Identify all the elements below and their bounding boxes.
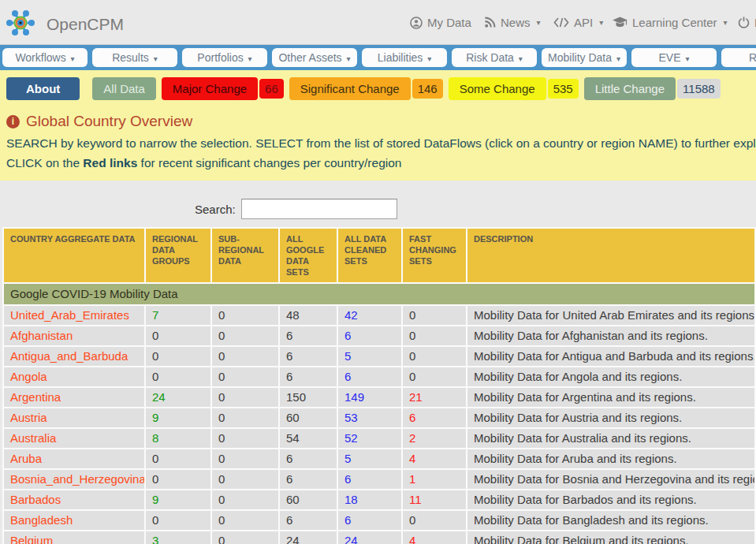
google-sets-cell: 6 bbox=[280, 347, 337, 366]
country-link[interactable]: Bangladesh bbox=[4, 511, 144, 530]
column-header-sub-regional-data[interactable]: SUB-REGIONAL DATA bbox=[212, 229, 278, 282]
country-link[interactable]: Austria bbox=[4, 408, 144, 427]
country-link[interactable]: Australia bbox=[4, 429, 144, 448]
sub-regional-cell: 0 bbox=[212, 388, 278, 407]
filter-group-little-change: Little Change11588 bbox=[584, 77, 721, 100]
cleaned-sets-link[interactable]: 6 bbox=[338, 511, 401, 530]
nav-item-login[interactable]: Login bbox=[738, 0, 756, 45]
column-header-all-data-cleaned-sets[interactable]: ALL DATA CLEANED SETS bbox=[338, 229, 401, 282]
fast-changing-cell[interactable]: 4 bbox=[403, 449, 466, 468]
info-circle-icon: i bbox=[6, 115, 20, 129]
about-button[interactable]: About bbox=[6, 77, 80, 100]
filter-button-little-change[interactable]: Little Change bbox=[584, 77, 676, 100]
nav-item-my-data[interactable]: My Data bbox=[410, 0, 471, 45]
country-link[interactable]: Afghanistan bbox=[4, 326, 144, 345]
filter-count-badge-significant-change: 146 bbox=[412, 79, 443, 99]
country-link[interactable]: Bosnia_and_Herzegovina bbox=[4, 470, 144, 489]
sub-regional-cell: 0 bbox=[212, 531, 278, 544]
chevron-down-icon: ▾ bbox=[69, 54, 75, 63]
google-sets-cell: 150 bbox=[280, 388, 337, 407]
filter-button-some-change[interactable]: Some Change bbox=[449, 77, 546, 100]
google-sets-cell: 60 bbox=[280, 408, 337, 427]
menu-item-portfolios[interactable]: Portfolios ▾ bbox=[182, 48, 267, 67]
search-input[interactable] bbox=[241, 199, 397, 219]
country-link[interactable]: Angola bbox=[4, 367, 144, 386]
column-header-all-google-data-sets[interactable]: ALL GOOGLE DATA SETS bbox=[280, 229, 337, 282]
chevron-down-icon: ▾ bbox=[247, 54, 252, 63]
column-header-regional-data-groups[interactable]: REGIONAL DATA GROUPS bbox=[146, 229, 210, 282]
table-row: Angola00660Mobility Data for Angola and … bbox=[4, 367, 754, 386]
filter-count-badge-little-change: 11588 bbox=[677, 79, 721, 99]
country-link[interactable]: United_Arab_Emirates bbox=[4, 306, 144, 325]
menu-item-liabilities[interactable]: Liabilities ▾ bbox=[362, 48, 447, 67]
menu-item-other-assets[interactable]: Other Assets ▾ bbox=[272, 48, 357, 67]
cleaned-sets-link[interactable]: 6 bbox=[338, 326, 401, 345]
cleaned-sets-link[interactable]: 149 bbox=[338, 388, 401, 407]
google-sets-cell: 6 bbox=[280, 511, 337, 530]
country-link[interactable]: Belgium bbox=[4, 531, 144, 544]
table-row: Australia8054522Mobility Data for Austra… bbox=[4, 429, 754, 448]
brand[interactable]: OpenCPM bbox=[5, 7, 124, 42]
menu-item-label: Risk bbox=[749, 51, 756, 64]
column-header-country-aggregate-data[interactable]: COUNTRY AGGREGATE DATA bbox=[4, 229, 144, 282]
regional-groups-cell: 9 bbox=[146, 490, 210, 509]
country-link[interactable]: Barbados bbox=[4, 490, 144, 509]
fast-changing-cell[interactable]: 4 bbox=[403, 531, 466, 544]
google-sets-cell: 6 bbox=[280, 449, 337, 468]
cleaned-sets-link[interactable]: 5 bbox=[338, 449, 401, 468]
column-header-description[interactable]: DESCRIPTION bbox=[467, 229, 754, 282]
fast-changing-cell: 0 bbox=[403, 367, 466, 386]
fast-changing-cell[interactable]: 21 bbox=[403, 388, 466, 407]
filter-button-significant-change[interactable]: Significant Change bbox=[289, 77, 411, 100]
description-cell: Mobility Data for Antigua and Barbuda an… bbox=[467, 347, 754, 366]
fast-changing-cell[interactable]: 6 bbox=[403, 408, 466, 427]
cleaned-sets-link[interactable]: 42 bbox=[338, 306, 401, 325]
menu-item-risk[interactable]: Risk ▾ bbox=[721, 48, 756, 67]
country-link[interactable]: Aruba bbox=[4, 449, 144, 468]
table-row: United_Arab_Emirates7048420Mobility Data… bbox=[4, 306, 754, 325]
brand-name: OpenCPM bbox=[47, 15, 124, 34]
fast-changing-cell: 0 bbox=[403, 326, 466, 345]
chevron-down-icon: ▾ bbox=[517, 54, 523, 63]
cleaned-sets-link[interactable]: 52 bbox=[338, 429, 401, 448]
column-header-fast-changing-sets[interactable]: FAST CHANGING SETS bbox=[403, 229, 466, 282]
cleaned-sets-link[interactable]: 5 bbox=[338, 347, 401, 366]
menu-item-results[interactable]: Results ▾ bbox=[92, 48, 177, 67]
menu-item-workflows[interactable]: Workflows ▾ bbox=[2, 48, 88, 67]
country-link[interactable]: Argentina bbox=[4, 388, 144, 407]
description-cell: Mobility Data for Afghanistan and its re… bbox=[467, 326, 754, 345]
table-row: Barbados90601811Mobility Data for Barbad… bbox=[4, 490, 754, 509]
sub-regional-cell: 0 bbox=[212, 367, 278, 386]
regional-groups-cell: 8 bbox=[146, 429, 210, 448]
table-row: Argentina24015014921Mobility Data for Ar… bbox=[4, 388, 754, 407]
nav-item-api[interactable]: API▾ bbox=[553, 0, 603, 45]
nav-item-learning-center[interactable]: Learning Center▾ bbox=[613, 0, 728, 45]
menu-item-mobility-data[interactable]: Mobility Data ▾ bbox=[542, 48, 627, 67]
fast-changing-cell[interactable]: 1 bbox=[403, 470, 466, 489]
table-row: Antigua_and_Barbuda00650Mobility Data fo… bbox=[4, 347, 754, 366]
regional-groups-cell: 24 bbox=[146, 388, 210, 407]
menu-item-label: EVE bbox=[659, 51, 684, 64]
regional-groups-cell: 0 bbox=[146, 470, 210, 489]
description-cell: Mobility Data for Bosnia and Herzegovina… bbox=[467, 470, 754, 489]
cleaned-sets-link[interactable]: 18 bbox=[338, 490, 401, 509]
nav-item-news[interactable]: News▾ bbox=[484, 0, 541, 45]
highlight-section: About All DataMajor Change66Significant … bbox=[0, 70, 756, 181]
power-icon bbox=[738, 17, 750, 28]
opencpm-logo-icon bbox=[5, 7, 36, 42]
filter-button-major-change[interactable]: Major Change bbox=[162, 77, 258, 100]
fast-changing-cell: 0 bbox=[403, 347, 466, 366]
filter-button-all-data[interactable]: All Data bbox=[92, 77, 156, 100]
fast-changing-cell[interactable]: 2 bbox=[403, 429, 466, 448]
menu-item-risk-data[interactable]: Risk Data ▾ bbox=[452, 48, 537, 67]
cleaned-sets-link[interactable]: 24 bbox=[338, 531, 401, 544]
nav-item-label: API bbox=[574, 16, 593, 29]
menu-item-eve[interactable]: EVE ▾ bbox=[631, 48, 717, 67]
chevron-down-icon: ▾ bbox=[598, 18, 603, 27]
cleaned-sets-link[interactable]: 6 bbox=[338, 367, 401, 386]
country-link[interactable]: Antigua_and_Barbuda bbox=[4, 347, 144, 366]
fast-changing-cell[interactable]: 11 bbox=[403, 490, 466, 509]
cleaned-sets-link[interactable]: 6 bbox=[338, 470, 401, 489]
cleaned-sets-link[interactable]: 53 bbox=[338, 408, 401, 427]
chevron-down-icon: ▾ bbox=[722, 18, 728, 27]
